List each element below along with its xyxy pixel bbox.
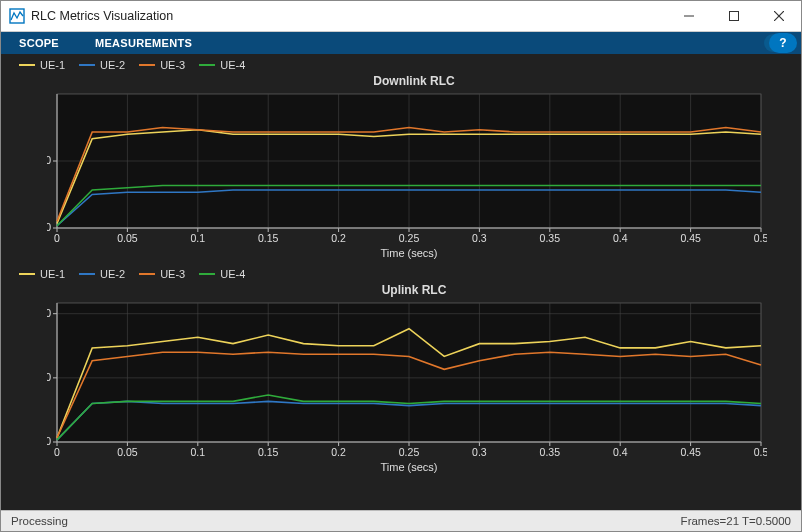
legend-label: UE-3 xyxy=(160,268,185,280)
svg-text:0.5: 0.5 xyxy=(754,232,767,244)
legend-item: UE-2 xyxy=(79,59,125,71)
svg-text:0.45: 0.45 xyxy=(680,232,701,244)
svg-text:Time (secs): Time (secs) xyxy=(380,247,437,259)
legend-label: UE-4 xyxy=(220,268,245,280)
legend-label: UE-4 xyxy=(220,59,245,71)
svg-text:0.4: 0.4 xyxy=(613,446,628,458)
svg-text:0.35: 0.35 xyxy=(540,446,561,458)
svg-text:0.2: 0.2 xyxy=(331,446,346,458)
svg-text:0.5: 0.5 xyxy=(754,446,767,458)
menubar: SCOPE MEASUREMENTS ? xyxy=(1,32,801,54)
svg-text:0.15: 0.15 xyxy=(258,446,279,458)
legend-label: UE-2 xyxy=(100,268,125,280)
titlebar: RLC Metrics Visualization xyxy=(1,1,801,32)
svg-text:Time (secs): Time (secs) xyxy=(380,461,437,473)
maximize-button[interactable] xyxy=(711,1,756,31)
legend-label: UE-1 xyxy=(40,268,65,280)
legend-item: UE-1 xyxy=(19,268,65,280)
svg-text:30: 30 xyxy=(47,371,51,383)
plot-area: UE-1 UE-2 UE-3 UE-4 Downlink RLC 00.050.… xyxy=(1,54,801,510)
help-button[interactable]: ? xyxy=(769,33,797,53)
svg-text:0: 0 xyxy=(54,446,60,458)
svg-text:30: 30 xyxy=(47,154,51,166)
legend-item: UE-1 xyxy=(19,59,65,71)
chart-uplink[interactable]: Uplink RLC 00.050.10.150.20.250.30.350.4… xyxy=(47,283,781,477)
minimize-button[interactable] xyxy=(666,1,711,31)
legend-item: UE-3 xyxy=(139,59,185,71)
svg-text:0.05: 0.05 xyxy=(117,446,138,458)
svg-text:0.3: 0.3 xyxy=(472,232,487,244)
legend-item: UE-4 xyxy=(199,268,245,280)
svg-text:0.3: 0.3 xyxy=(472,446,487,458)
menu-measurements[interactable]: MEASUREMENTS xyxy=(77,32,210,54)
statusbar: Processing Frames=21 T=0.5000 xyxy=(1,510,801,531)
close-button[interactable] xyxy=(756,1,801,31)
legend-item: UE-4 xyxy=(199,59,245,71)
app-window: RLC Metrics Visualization SCOPE MEASUREM… xyxy=(0,0,802,532)
svg-text:0.4: 0.4 xyxy=(613,232,628,244)
legend-label: UE-3 xyxy=(160,59,185,71)
svg-text:0.25: 0.25 xyxy=(399,446,420,458)
app-icon xyxy=(9,8,25,24)
svg-text:0.45: 0.45 xyxy=(680,446,701,458)
svg-text:0.25: 0.25 xyxy=(399,232,420,244)
svg-text:0.35: 0.35 xyxy=(540,232,561,244)
status-right: Frames=21 T=0.5000 xyxy=(681,515,791,527)
svg-text:0: 0 xyxy=(47,435,51,447)
svg-text:0.1: 0.1 xyxy=(190,232,205,244)
svg-text:0.05: 0.05 xyxy=(117,232,138,244)
legend-uplink: UE-1 UE-2 UE-3 UE-4 xyxy=(1,263,801,283)
chart-title: Downlink RLC xyxy=(47,74,781,88)
svg-text:0: 0 xyxy=(47,221,51,233)
status-left: Processing xyxy=(11,515,68,527)
svg-text:0: 0 xyxy=(54,232,60,244)
legend-item: UE-3 xyxy=(139,268,185,280)
chart-downlink[interactable]: Downlink RLC 00.050.10.150.20.250.30.350… xyxy=(47,74,781,263)
legend-label: UE-1 xyxy=(40,59,65,71)
legend-label: UE-2 xyxy=(100,59,125,71)
svg-text:0.15: 0.15 xyxy=(258,232,279,244)
svg-text:60: 60 xyxy=(47,307,51,319)
legend-item: UE-2 xyxy=(79,268,125,280)
svg-text:0.1: 0.1 xyxy=(190,446,205,458)
window-title: RLC Metrics Visualization xyxy=(31,9,173,23)
chart-title: Uplink RLC xyxy=(47,283,781,297)
window-controls xyxy=(666,1,801,31)
svg-rect-2 xyxy=(729,12,738,21)
menu-scope[interactable]: SCOPE xyxy=(1,32,77,54)
svg-text:0.2: 0.2 xyxy=(331,232,346,244)
legend-downlink: UE-1 UE-2 UE-3 UE-4 xyxy=(1,54,801,74)
